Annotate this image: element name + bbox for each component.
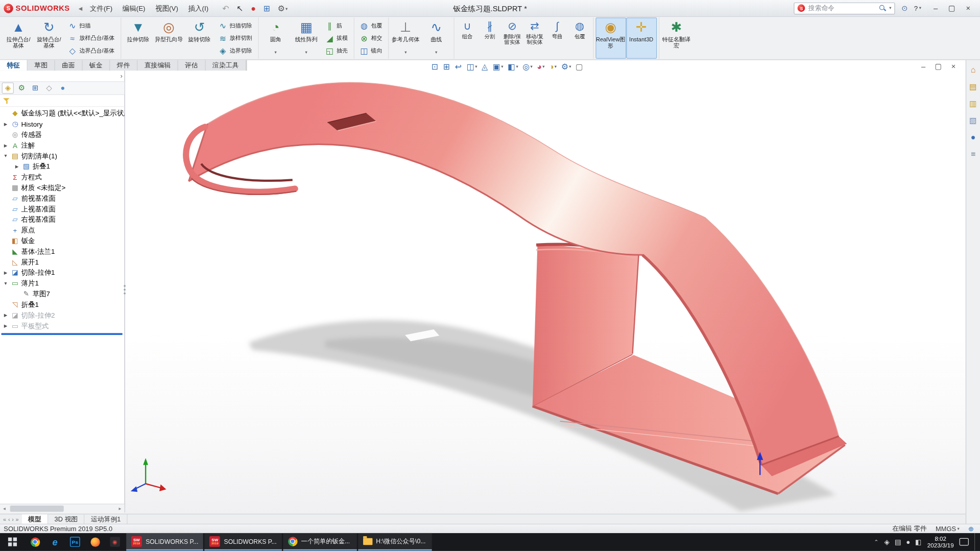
show-desktop-button[interactable] bbox=[974, 533, 977, 550]
document-tab[interactable]: 运动算例1 bbox=[85, 514, 128, 524]
edge-taskbar-icon[interactable]: e bbox=[45, 533, 65, 550]
expand-arrow-icon[interactable]: ▼ bbox=[3, 281, 9, 286]
ribbon-button[interactable]: ◍ 包覆 bbox=[356, 19, 386, 32]
ribbon-button[interactable]: ⊘ 删除/保留实体 bbox=[501, 17, 523, 59]
ribbon-button[interactable]: ≈ 放样凸台/基体 bbox=[64, 32, 118, 44]
propertymanager-tab-icon[interactable]: ⚙ bbox=[16, 83, 28, 94]
tree-item[interactable]: Σ 方程式 bbox=[0, 172, 125, 183]
ribbon-button[interactable]: ▼ 拉伸切除 bbox=[123, 17, 154, 59]
dimxpertmanager-tab-icon[interactable]: ◇ bbox=[43, 83, 55, 94]
ribbon-tab[interactable]: 焊件 bbox=[110, 60, 137, 70]
graphics-area[interactable] bbox=[0, 60, 966, 514]
tree-item[interactable]: ▶ ◪ 切除-拉伸1 bbox=[0, 268, 125, 278]
ribbon-button[interactable]: ◔ 圆角 ▾ bbox=[260, 17, 291, 59]
panel-splitter-handle[interactable] bbox=[122, 280, 127, 299]
ribbon-button[interactable]: ∦ 分割 bbox=[479, 17, 501, 59]
edit-appearance-icon[interactable]: ◕ ▾ bbox=[537, 62, 544, 71]
photoshop-taskbar-icon[interactable]: Ps bbox=[65, 533, 85, 550]
ribbon-tab[interactable]: 直接编辑 bbox=[137, 60, 178, 70]
ribbon-button[interactable]: ✛ Instant3D bbox=[626, 17, 657, 59]
expand-arrow-icon[interactable]: ▶ bbox=[3, 143, 9, 148]
tray-icon-2[interactable]: ▤ bbox=[895, 538, 901, 546]
web-help-icon[interactable]: ⊕ bbox=[968, 525, 974, 533]
ribbon-button[interactable]: ◉ RealView图形 bbox=[595, 17, 626, 59]
search-icon[interactable] bbox=[879, 5, 886, 11]
ribbon-tab[interactable]: 草图 bbox=[28, 60, 55, 70]
ribbon-button[interactable]: ▦ 线性阵列 ▾ bbox=[291, 17, 322, 59]
menu-item[interactable]: 编辑(E) bbox=[117, 1, 150, 16]
doc-close-icon[interactable]: × bbox=[951, 62, 956, 70]
hidden-icons-chevron[interactable]: ⌃ bbox=[874, 539, 878, 545]
ribbon-tab[interactable]: 渲染工具 bbox=[206, 60, 247, 70]
chrome-taskbar-icon[interactable] bbox=[25, 533, 45, 550]
tree-item[interactable]: ▼ ▤ 切割清单(1) bbox=[0, 151, 125, 161]
expand-arrow-icon[interactable]: ▶ bbox=[3, 270, 9, 275]
dynamic-annotation-icon[interactable]: ◬ bbox=[482, 62, 488, 71]
close-icon[interactable]: × bbox=[960, 0, 976, 16]
doc-restore-icon[interactable]: ▢ bbox=[935, 62, 942, 70]
document-tab[interactable]: 模型 bbox=[22, 514, 48, 524]
ribbon-button[interactable]: ∥ 筋 bbox=[322, 19, 352, 32]
menu-expand-icon[interactable]: ◀ bbox=[79, 5, 83, 11]
display-style-icon[interactable]: ◧ ▾ bbox=[508, 62, 518, 71]
ribbon-button[interactable]: ∿ 曲线 ▾ bbox=[421, 17, 451, 59]
doc-minimize-icon[interactable]: – bbox=[921, 62, 925, 70]
custom-properties-icon[interactable]: ≡ bbox=[971, 150, 975, 159]
tree-item[interactable]: ▱ 右视基准面 bbox=[0, 214, 125, 225]
ribbon-button[interactable]: ↻ 旋转凸台/基体 bbox=[34, 17, 64, 59]
menu-item[interactable]: 插入(I) bbox=[183, 1, 213, 16]
user-account-icon[interactable]: ⊙ bbox=[901, 4, 907, 12]
tab-nav-icon[interactable]: » bbox=[16, 516, 19, 522]
command-search-input[interactable]: S 搜索命令 ▾ bbox=[794, 2, 895, 14]
hide-show-items-icon[interactable]: ◎ ▾ bbox=[522, 62, 532, 71]
expand-arrow-icon[interactable]: ▶ bbox=[3, 313, 9, 318]
tray-icon-3[interactable]: ● bbox=[906, 538, 910, 546]
taskbar-window-explorer[interactable]: H:\微信公众号\0... bbox=[358, 533, 432, 550]
zoom-area-icon[interactable]: ⊞ bbox=[443, 62, 451, 71]
tree-item[interactable]: ▶ ▭ 平板型式 bbox=[0, 321, 125, 331]
ribbon-button[interactable]: ◫ 镜向 bbox=[356, 44, 386, 57]
ribbon-button[interactable]: ∪ 组合 bbox=[456, 17, 479, 59]
ribbon-button[interactable]: ▲ 拉伸凸台/基体 bbox=[3, 17, 34, 59]
tree-item[interactable]: ✎ 草图7 bbox=[0, 289, 125, 299]
ribbon-button[interactable]: ◇ 边界凸台/基体 bbox=[64, 44, 118, 57]
taskbar-window-solidworks-2[interactable]: SW2019 SOLIDWORKS P... bbox=[205, 533, 282, 550]
tree-item[interactable]: ◎ 传感器 bbox=[0, 129, 125, 140]
ribbon-button[interactable]: ◈ 边界切除 bbox=[214, 44, 256, 57]
expand-arrow-icon[interactable]: ▶ bbox=[3, 122, 9, 127]
ribbon-button[interactable]: ∫ 弯曲 bbox=[546, 17, 568, 59]
tab-nav-icon[interactable]: ‹ bbox=[8, 516, 10, 522]
firefox-taskbar-icon[interactable] bbox=[85, 533, 105, 550]
menu-item[interactable]: 视图(V) bbox=[150, 1, 183, 16]
ribbon-tab[interactable]: 评估 bbox=[178, 60, 206, 70]
sw-resources-icon[interactable]: ⌂ bbox=[971, 65, 976, 74]
ribbon-tab[interactable]: 曲面 bbox=[55, 60, 83, 70]
ribbon-button[interactable]: ◱ 抽壳 bbox=[322, 44, 352, 57]
previous-view-icon[interactable]: ↩ bbox=[455, 62, 463, 71]
apply-scene-icon[interactable]: ◑ ▾ bbox=[549, 62, 557, 71]
ribbon-button[interactable]: ⊗ 相交 bbox=[356, 32, 386, 44]
view-settings-icon[interactable]: ⚙ ▾ bbox=[561, 62, 571, 71]
tab-nav-icon[interactable]: « bbox=[3, 516, 6, 522]
panel-collapse-arrow[interactable]: › bbox=[120, 72, 122, 80]
design-library-icon[interactable]: ▤ bbox=[969, 82, 977, 91]
ribbon-button[interactable]: ∿ 扫描切除 bbox=[214, 19, 256, 32]
tree-item[interactable]: ◹ 折叠1 bbox=[0, 299, 125, 310]
ribbon-button[interactable]: ◢ 拔模 bbox=[322, 32, 352, 44]
view-orientation-icon[interactable]: ▣ ▾ bbox=[493, 62, 504, 71]
expand-arrow-icon[interactable]: ▶ bbox=[3, 323, 9, 328]
tree-item[interactable]: ▶ ◪ 切除-拉伸2 bbox=[0, 310, 125, 321]
ribbon-button[interactable]: ✱ 特征名翻译宏 bbox=[661, 17, 691, 59]
featuremanager-tab-icon[interactable]: ◈ bbox=[2, 83, 14, 94]
camera-icon[interactable]: ▢ bbox=[576, 62, 584, 71]
scroll-left-icon[interactable]: ◂ bbox=[0, 506, 9, 511]
undo-icon[interactable]: ↶ bbox=[222, 4, 230, 12]
filter-funnel-icon[interactable] bbox=[3, 97, 10, 104]
ribbon-button[interactable]: ≋ 放样切割 bbox=[214, 32, 256, 44]
start-button[interactable] bbox=[0, 533, 25, 550]
tree-item[interactable]: ◺ 展开1 bbox=[0, 257, 125, 268]
help-button[interactable]: ? ▾ bbox=[914, 5, 921, 12]
taskbar-clock[interactable]: 8:02 2023/3/19 bbox=[927, 535, 954, 549]
ribbon-tab[interactable]: 特征 bbox=[0, 60, 28, 70]
tree-item[interactable]: + 原点 bbox=[0, 225, 125, 236]
